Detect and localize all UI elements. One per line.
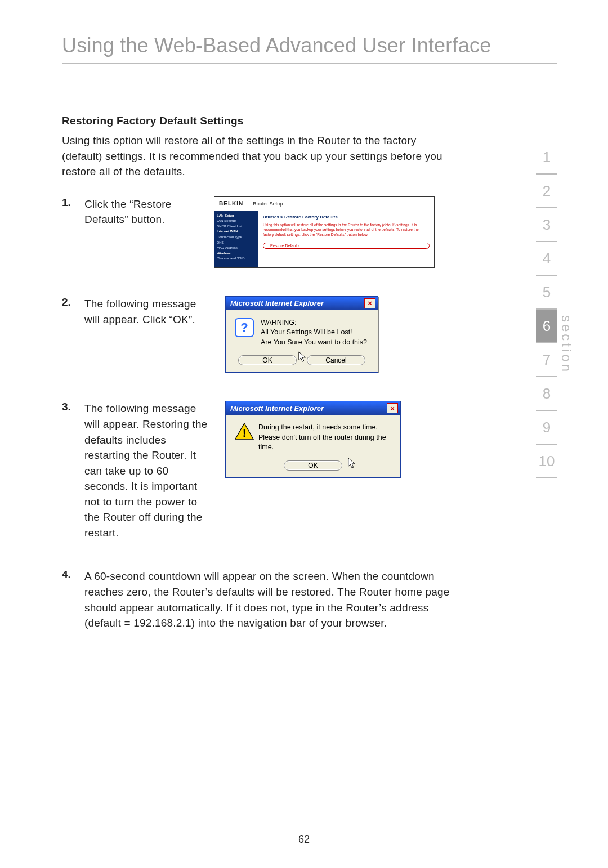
step-text: The following message will appear. Resto…: [84, 401, 214, 540]
dialog-message: During the restart, it needs some time. …: [258, 423, 391, 453]
warning-dialog: Microsoft Internet Explorer × ? WARNING:…: [225, 296, 378, 373]
cursor-icon: [347, 457, 357, 469]
subheading: Restoring Factory Default Settings: [62, 115, 557, 127]
dialog-message: WARNING: All Your Settings Will be Lost!…: [261, 318, 367, 348]
router-nav: LAN Setup LAN Settings DHCP Client List …: [214, 211, 258, 267]
cancel-button[interactable]: Cancel: [307, 355, 365, 365]
tab-10[interactable]: 10: [536, 445, 557, 478]
step-text: The following message will appear. Click…: [84, 296, 214, 327]
dialog-title: Microsoft Internet Explorer: [230, 404, 324, 413]
step-2: 2. The following message will appear. Cl…: [62, 296, 456, 373]
page-number: 62: [298, 834, 310, 845]
section-tabs: 1 2 3 4 5 6 7 8 9 10 section: [536, 141, 557, 478]
step-1: 1. Click the “Restore Defaults” button. …: [62, 196, 456, 268]
dialog-title: Microsoft Internet Explorer: [230, 299, 324, 307]
close-icon[interactable]: ×: [364, 298, 375, 308]
tab-5[interactable]: 5: [536, 276, 557, 310]
step-number: 3.: [62, 401, 84, 413]
close-icon[interactable]: ×: [387, 403, 398, 413]
warning-icon: !: [235, 423, 252, 440]
router-setup-screenshot: BELKIN Router Setup LAN Setup LAN Settin…: [214, 196, 435, 268]
restore-description: Using this option will restore all of th…: [263, 223, 430, 237]
tab-4[interactable]: 4: [536, 242, 557, 276]
ok-button[interactable]: OK: [238, 355, 297, 365]
intro-text: Using this option will restore all of th…: [62, 133, 456, 180]
step-number: 2.: [62, 296, 84, 308]
breadcrumb: Utilities > Restore Factory Defaults: [263, 214, 430, 220]
svg-text:!: !: [243, 427, 247, 439]
question-icon: ?: [235, 318, 254, 337]
ok-button[interactable]: OK: [284, 460, 342, 471]
step-number: 1.: [62, 196, 84, 209]
page-title: Using the Web-Based Advanced User Interf…: [62, 34, 557, 64]
step-number: 4.: [62, 569, 84, 581]
page: Using the Web-Based Advanced User Interf…: [0, 0, 608, 868]
tab-3[interactable]: 3: [536, 208, 557, 242]
tab-6[interactable]: 6: [536, 310, 557, 343]
brand-logo: BELKIN: [219, 200, 243, 207]
router-setup-label: Router Setup: [253, 201, 283, 207]
step-4: 4. A 60-second countdown will appear on …: [62, 569, 456, 630]
step-3: 3. The following message will appear. Re…: [62, 401, 456, 540]
tab-7[interactable]: 7: [536, 343, 557, 377]
step-text: Click the “Restore Defaults” button.: [84, 196, 203, 227]
tab-2[interactable]: 2: [536, 175, 557, 208]
tab-8[interactable]: 8: [536, 377, 557, 411]
restart-dialog: Microsoft Internet Explorer × ! During t…: [225, 401, 401, 478]
tab-9[interactable]: 9: [536, 411, 557, 445]
restore-defaults-button[interactable]: Restore Defaults: [263, 243, 430, 249]
step-text: A 60-second countdown will appear on the…: [84, 569, 450, 630]
section-label: section: [558, 315, 574, 374]
cursor-icon: [298, 351, 308, 363]
tab-1[interactable]: 1: [536, 141, 557, 175]
